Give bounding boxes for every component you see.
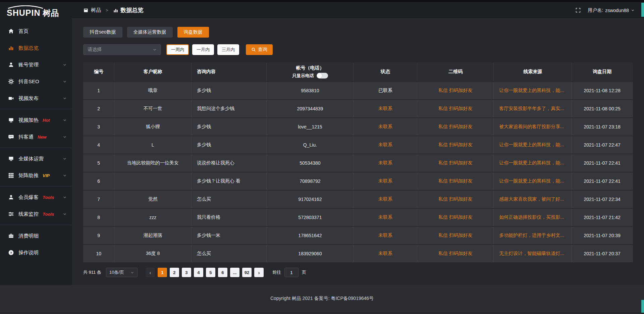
fullscreen-icon[interactable]	[575, 7, 581, 13]
account-select[interactable]: 请选择	[83, 44, 161, 55]
sidebar-item-home[interactable]: 首页	[0, 23, 72, 40]
sidebar-item-video-heating[interactable]: 视频加热Hot	[0, 112, 72, 128]
sidebar-item-account-management[interactable]: 账号管理	[0, 56, 72, 73]
qr-friend-link[interactable]: 私信 扫码加好友	[438, 178, 473, 184]
cell-account-text: 572803371	[298, 215, 322, 220]
table-row: 5当地比较能吃的一位美女说说价格让我死心50534380未联系私信 扫码加好友让…	[83, 154, 633, 172]
period-button-month[interactable]: 一月内	[192, 44, 214, 55]
page-ellipsis-button[interactable]: ...	[230, 268, 239, 277]
period-button-week[interactable]: 一周内	[166, 44, 189, 55]
phone-only-toggle[interactable]	[317, 73, 328, 78]
sidebar-item-omni-media[interactable]: 全媒体运营	[0, 150, 72, 167]
cell-id-text: 7	[97, 197, 100, 202]
window-top-strip	[0, 0, 644, 2]
toggle-knob	[317, 73, 322, 78]
sidebar-item-label: 首页	[18, 28, 29, 35]
sidebar-menu: 首页数据总览账号管理抖音SEO视频发布视频加热Hot抖客通New全媒体运营矩阵助…	[0, 23, 72, 261]
qr-friend-link[interactable]: 私信 扫码加好友	[438, 232, 473, 239]
cell-content-text: 说说价格让我死心	[197, 160, 234, 166]
cell-nickname-text: 觉然	[148, 196, 158, 202]
scrollbar-thumb-top[interactable]	[641, 3, 644, 17]
tab-inquiry-data[interactable]: 询盘数据	[177, 27, 209, 38]
cell-id: 7	[83, 191, 114, 208]
tab-omni-media-data[interactable]: 全媒体运营数据	[127, 27, 173, 38]
cell-date-text: 2021-11-07 21:42	[584, 215, 621, 220]
sidebar-item-doukertong[interactable]: 抖客通New	[0, 128, 72, 145]
cell-status-text: 未联系	[378, 160, 392, 166]
chevron-down-icon	[63, 118, 67, 122]
app-page: SHUPIN 树品 首页数据总览账号管理抖音SEO视频发布视频加热Hot抖客通N…	[0, 0, 644, 285]
cell-status: 未联系	[354, 154, 417, 172]
qr-friend-link[interactable]: 私信 扫码加好友	[438, 106, 473, 112]
cell-status-text: 未联系	[378, 142, 392, 148]
search-button[interactable]: 查询	[246, 44, 273, 55]
sidebar-item-operation-guide[interactable]: ?操作说明	[0, 244, 72, 261]
copyright-text: Copyright 树品 2021 备案号: 粤ICP备09019646号	[270, 296, 374, 302]
table-row: 1哦章多少钱9583810已联系私信 扫码加好友让你一眼就爱上的黑科技，能...…	[83, 82, 633, 99]
cell-status-text: 未联系	[378, 178, 392, 184]
sidebar-item-member-burst[interactable]: 会员爆客Tools	[0, 189, 72, 206]
cell-nickname: 当地比较能吃的一位美女	[114, 154, 191, 172]
source-link[interactable]: 被大家追着问的客厅投影分享...	[499, 124, 564, 130]
source-link[interactable]: 让你一眼就爱上的黑科技，能...	[499, 160, 564, 166]
breadcrumb-home[interactable]: 树品	[91, 7, 101, 13]
qr-friend-link[interactable]: 私信 扫码加好友	[438, 124, 473, 130]
sidebar-item-video-publish[interactable]: 视频发布	[0, 90, 72, 107]
sidebar-item-douyin-seo[interactable]: 抖音SEO	[0, 73, 72, 90]
sidebar: SHUPIN 树品 首页数据总览账号管理抖音SEO视频发布视频加热Hot抖客通N…	[0, 0, 72, 285]
cell-date: 2021-11-07 22:41	[572, 154, 632, 172]
source-link[interactable]: 感谢大家喜欢我家，被问了好...	[499, 196, 564, 202]
cell-qrcode: 私信 扫码加好友	[417, 154, 494, 172]
sidebar-item-consumption-detail[interactable]: 消费明细	[0, 227, 72, 244]
period-button-quarter[interactable]: 三月内	[217, 44, 239, 55]
source-link[interactable]: 无主灯设计，智能磁吸轨道灯...	[499, 251, 564, 257]
scrollbar-thumb-bottom[interactable]	[641, 300, 644, 313]
qr-friend-link[interactable]: 私信 扫码加好友	[438, 251, 473, 257]
qr-friend-link[interactable]: 私信 扫码加好友	[438, 214, 473, 220]
logo-text-en: SHUPIN	[7, 9, 40, 17]
cell-qrcode: 私信 扫码加好友	[417, 118, 494, 136]
page-button-6[interactable]: 6	[218, 268, 227, 277]
qr-friend-link[interactable]: 私信 扫码加好友	[438, 160, 473, 166]
qr-friend-link[interactable]: 私信 扫码加好友	[438, 88, 473, 94]
sidebar-item-data-overview[interactable]: 数据总览	[0, 40, 72, 56]
content-area: 抖音seo数据全媒体运营数据询盘数据 请选择 一周内一月内三月内 查询	[72, 19, 644, 285]
source-link[interactable]: 多功能护栏灯，适用于乡村文...	[499, 232, 564, 239]
cell-content: 多少钱	[192, 118, 267, 136]
page-button-5[interactable]: 5	[206, 268, 215, 277]
page-button-1[interactable]: 1	[158, 268, 167, 277]
cell-nickname-text: 不可一世	[144, 106, 162, 112]
cell-id-text: 10	[96, 251, 101, 256]
scrollbar[interactable]	[641, 0, 644, 314]
page-button-92[interactable]: 92	[242, 268, 252, 277]
user-menu[interactable]: 用户名: zswodun88	[588, 7, 635, 13]
sliders-icon	[8, 211, 14, 217]
page-size-select[interactable]: 10条/页	[106, 268, 138, 277]
source-link[interactable]: 让你一眼就爱上的黑科技，能...	[499, 142, 564, 148]
cell-account: 572803371	[267, 209, 354, 226]
qr-friend-link[interactable]: 私信 扫码加好友	[438, 142, 473, 148]
column-header-account: 帐号（电话） 只显示电话	[267, 62, 354, 81]
cell-source: 让你一眼就爱上的黑科技，能...	[494, 154, 572, 172]
cell-account-text: 178651642	[298, 233, 322, 238]
page-button-2[interactable]: 2	[170, 268, 179, 277]
cell-status-text: 已联系	[378, 88, 392, 94]
page-button-3[interactable]: 3	[182, 268, 191, 277]
cell-account: 183929060	[267, 245, 354, 262]
sidebar-item-clue-monitor[interactable]: 线索监控Tools	[0, 206, 72, 222]
page-button-4[interactable]: 4	[194, 268, 203, 277]
source-link[interactable]: 客厅安装投影半年多了，真实...	[499, 106, 564, 112]
prev-page-button[interactable]: ‹	[146, 268, 155, 277]
source-link[interactable]: 让你一眼就爱上的黑科技，能...	[499, 178, 564, 184]
goto-page-input[interactable]	[284, 268, 299, 277]
table-row: 7觉然怎么买917024162未联系私信 扫码加好友感谢大家喜欢我家，被问了好.…	[83, 191, 633, 208]
sidebar-item-matrix-boost[interactable]: 矩阵助推VIP	[0, 167, 72, 184]
cell-id-text: 3	[97, 124, 100, 129]
qr-friend-link[interactable]: 私信 扫码加好友	[438, 196, 473, 202]
tab-douyin-seo-data[interactable]: 抖音seo数据	[83, 27, 122, 38]
menu-badge: New	[38, 135, 47, 140]
next-page-button[interactable]: ›	[254, 268, 264, 277]
source-link[interactable]: 如何正确选择投影仪，买投影...	[499, 214, 564, 220]
sidebar-item-label: 会员爆客	[18, 194, 39, 201]
source-link[interactable]: 让你一眼就爱上的黑科技，能...	[499, 88, 564, 94]
